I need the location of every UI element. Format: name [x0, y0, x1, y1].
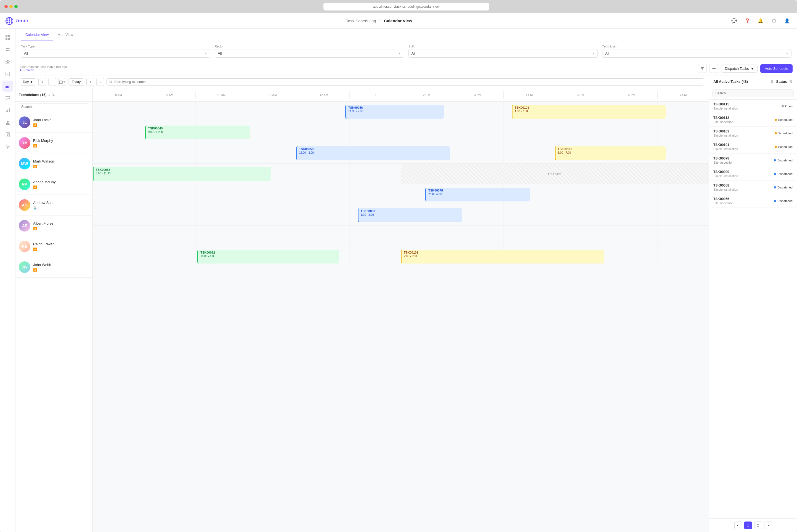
pagination-page2[interactable]: 2 [754, 521, 762, 529]
svg-point-31 [7, 146, 8, 148]
task-block-tsk00113[interactable]: TSK00113 5:00 - 7:00 [555, 146, 666, 160]
svg-point-7 [5, 61, 7, 62]
prev-button[interactable]: ‹ [87, 78, 94, 86]
list-item[interactable]: TSK00101 Simple Installation Scheduled [709, 140, 797, 154]
grid-cell [298, 101, 349, 122]
grid-cell [401, 122, 452, 142]
calendar-picker-button[interactable]: ▼ [58, 78, 66, 86]
svg-point-35 [714, 68, 715, 69]
address-bar[interactable]: app.zinier.com/task-scheduling/calendar-… [323, 3, 489, 11]
dispatch-tasks-button[interactable]: Dispatch Tasks ▼ [721, 64, 758, 73]
status-sort-icon[interactable]: ⇅ [789, 79, 793, 83]
sidebar-item-people[interactable] [2, 44, 13, 55]
task-block-tsk00045[interactable]: TSK00045 9:00 - 11:00 [145, 126, 250, 139]
filter-shift: Shift All ▼ [409, 45, 598, 58]
grid-row: TSK00078 2:30 - 4:30 [93, 184, 709, 205]
day-view-button[interactable]: Day ▼ [20, 78, 36, 86]
tech-info: Mark Watson 📶 [33, 159, 89, 168]
time-label: 4 PM [504, 91, 555, 99]
tech-sort-icon[interactable]: ⇅ [52, 93, 55, 97]
task-block-tsk00101[interactable]: TSK00101 4:00 - 7:00 [512, 105, 666, 119]
grid-cell [657, 205, 709, 225]
chat-icon[interactable]: 💬 [730, 17, 739, 25]
task-block-tsk00101b[interactable]: TSK00101 2:00 - 6:00 [401, 250, 604, 264]
zoom-out-button[interactable]: − [48, 78, 56, 86]
list-item[interactable]: TSK00058 Simple Installation Dispatched [709, 181, 797, 194]
status-dot [774, 186, 776, 188]
nav-icons: 💬 ❓ 🔔 ⊞ 👤 [730, 17, 792, 25]
pagination-page1[interactable]: 1 [744, 521, 752, 529]
task-block-tsk00078[interactable]: TSK00078 2:30 - 4:30 [425, 188, 530, 202]
task-block-tsk00055[interactable]: TSK00055 8:00 - 11:30 [93, 167, 271, 181]
task-block-tsk00090[interactable]: TSK00090 1:00 - 3:00 [358, 208, 462, 222]
sidebar-item-dispatch[interactable] [2, 80, 13, 92]
wifi-icon: 📶 [33, 144, 37, 147]
sort-icon[interactable]: ⇅ [771, 79, 774, 83]
pagination-next[interactable]: > [764, 521, 772, 529]
grid-cell [298, 164, 349, 184]
last-updated-info: Last Updated: Less than a min ago ↻ Refr… [20, 65, 67, 72]
help-icon[interactable]: ❓ [743, 17, 752, 25]
grid-cell [349, 164, 401, 184]
tech-search-input[interactable] [19, 103, 89, 110]
calendar-search-bar[interactable] [106, 78, 704, 86]
pagination-prev[interactable]: < [734, 521, 742, 529]
list-item[interactable]: TSK00078 Site Inspection Dispatched [709, 154, 797, 167]
grid-cell [247, 122, 298, 142]
time-label: 6 PM [606, 91, 657, 99]
grid-cell [93, 101, 144, 122]
time-header: 8 AM 9 AM 10 AM 11 AM 12 AM 1 2 PM 3 PM [93, 88, 709, 101]
grid-cell [349, 122, 401, 142]
sidebar-item-profile[interactable] [2, 117, 13, 128]
sidebar-item-settings[interactable] [2, 141, 13, 152]
shift-select[interactable]: All ▼ [409, 49, 598, 58]
svg-rect-25 [9, 109, 10, 112]
dot-red[interactable] [4, 5, 8, 8]
browser-dots [4, 5, 18, 8]
tech-search-bar[interactable] [16, 101, 92, 112]
grid-cell [657, 122, 709, 142]
dot-green[interactable] [14, 5, 18, 8]
sidebar-item-reports[interactable] [2, 129, 13, 140]
tech-row: JW John Webb 📶 [16, 257, 92, 278]
task-block-tsk00056[interactable]: TSK00056 11:30 - 2:00 [345, 105, 444, 119]
wifi-off-icon: 📡 [33, 206, 37, 209]
sidebar-item-tasks[interactable] [2, 69, 13, 79]
calendar-search-input[interactable] [114, 80, 701, 84]
content-area: Calendar View Map View Task Type All ▼ R… [16, 29, 797, 532]
panel-search-input[interactable] [712, 90, 794, 97]
tech-row: RE Ralph Edwar... 📶 [16, 236, 92, 257]
list-item[interactable]: TSK00115 Simple Installation Open [709, 100, 797, 113]
sidebar-item-analytics[interactable] [2, 105, 13, 116]
technician-select[interactable]: All ▼ [602, 49, 792, 58]
dot-yellow[interactable] [10, 5, 13, 8]
settings-icon-button[interactable] [709, 64, 718, 73]
task-type-select[interactable]: All ▼ [21, 49, 210, 58]
today-button[interactable]: Today [68, 78, 84, 86]
bell-icon[interactable]: 🔔 [756, 17, 765, 25]
list-item[interactable]: TSK00056 Site Inspection Dispatched [709, 194, 797, 208]
status-badge: Dispatched [774, 159, 793, 162]
status-badge: Scheduled [775, 132, 793, 135]
grid-icon[interactable]: ⊞ [770, 17, 778, 25]
sidebar-item-dashboard[interactable] [2, 32, 13, 43]
list-item[interactable]: TSK00103 Simple Installation Scheduled [709, 127, 797, 140]
zoom-in-button[interactable]: + [38, 78, 46, 86]
filter-icon-button[interactable] [698, 64, 707, 73]
status-dot [774, 159, 776, 162]
refresh-button[interactable]: ↻ Refresh [20, 69, 67, 72]
tab-calendar[interactable]: Calendar View [21, 29, 53, 41]
user-icon[interactable]: 👤 [783, 17, 792, 25]
auto-schedule-button[interactable]: Auto Schedule [760, 64, 793, 73]
next-button[interactable]: › [96, 78, 104, 86]
sidebar-item-teams[interactable] [2, 56, 13, 67]
list-item[interactable]: TSK00090 Simple Installation Dispatched [709, 167, 797, 181]
region-select[interactable]: All ▼ [215, 49, 404, 58]
task-block-tsk00058[interactable]: TSK00058 12:00 - 3:00 [296, 146, 450, 160]
list-item[interactable]: TSK00113 Site Inspection Scheduled [709, 113, 797, 127]
tech-filter-icon[interactable]: ≡ [48, 93, 50, 97]
task-block-tsk00032[interactable]: TSK00032 10:00 - 1:00 [197, 250, 339, 264]
grid-cell [144, 143, 195, 163]
tab-map[interactable]: Map View [53, 29, 78, 41]
sidebar-item-workflows[interactable] [2, 93, 13, 104]
